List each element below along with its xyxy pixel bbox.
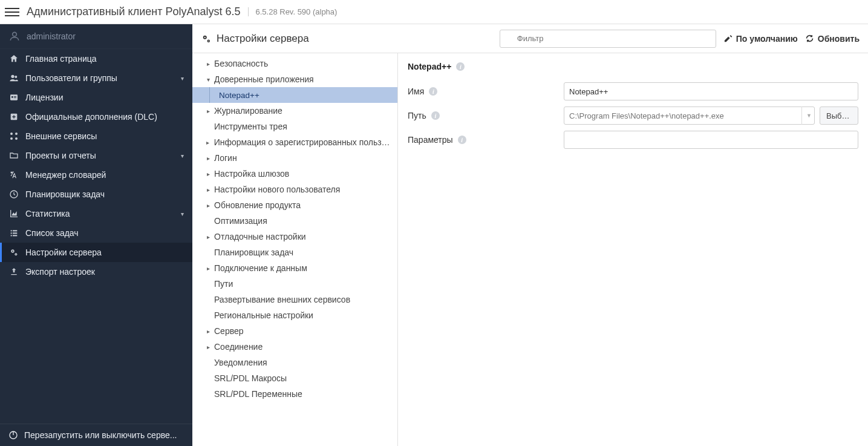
tree-item[interactable]: ▸Подключение к данным — [192, 260, 397, 276]
tree-item[interactable]: Развертывание внешних сервисов — [192, 292, 397, 307]
power-icon — [8, 430, 18, 440]
chevron-right-icon: ▸ — [204, 155, 212, 162]
tree-item[interactable]: SRL/PDL Переменные — [192, 386, 397, 402]
tree-item-label: Планировщик задач — [214, 248, 293, 257]
params-input[interactable] — [564, 131, 858, 149]
sidebar-item-dictionary-manager[interactable]: Менеджер словарей — [0, 165, 192, 185]
chevron-down-icon: ▾ — [204, 76, 212, 83]
tree-item[interactable]: Оптимизация — [192, 213, 397, 229]
id-card-icon — [8, 93, 19, 102]
sidebar-item-label: Экспорт настроек — [25, 267, 95, 277]
chevron-right-icon: ▸ — [204, 139, 212, 146]
sidebar-footer-label: Перезапустить или выключить серве... — [24, 430, 177, 440]
sidebar-item-projects-reports[interactable]: Проекты и отчеты ▾ — [0, 146, 192, 165]
refresh-icon — [805, 34, 814, 43]
tree-item[interactable]: Пути — [192, 276, 397, 292]
list-icon — [8, 228, 19, 238]
sidebar-item-server-settings[interactable]: Настройки сервера — [0, 243, 192, 262]
filter-input[interactable] — [500, 30, 716, 48]
tree-item[interactable]: SRL/PDL Макросы — [192, 370, 397, 386]
tree-item[interactable]: ▸Отладочные настройки — [192, 229, 397, 244]
refresh-button[interactable]: Обновить — [805, 34, 860, 44]
chevron-right-icon: ▸ — [204, 61, 212, 67]
gears-icon — [201, 33, 212, 44]
sidebar-item-task-list[interactable]: Список задач — [0, 223, 192, 243]
sidebar-item-label: Пользователи и группы — [25, 73, 117, 83]
tree-item-label: Региональные настройки — [214, 310, 313, 320]
svg-rect-13 — [11, 230, 12, 231]
tree-item[interactable]: ▸Безопасность — [192, 56, 397, 71]
svg-rect-15 — [11, 232, 12, 234]
services-icon — [8, 131, 19, 141]
sidebar-item-scheduler[interactable]: Планировщик задач — [0, 185, 192, 204]
refresh-label: Обновить — [818, 34, 860, 44]
chevron-right-icon: ▸ — [204, 186, 212, 193]
sidebar-item-label: Менеджер словарей — [25, 170, 106, 180]
chevron-down-icon: ▾ — [181, 152, 184, 159]
sidebar-item-licenses[interactable]: Лицензии — [0, 88, 192, 107]
tree-item-label: Журналирование — [214, 106, 282, 116]
sidebar-item-dlc[interactable]: Официальные дополнения (DLC) — [0, 107, 192, 126]
tree-item-label: Соединение — [214, 342, 263, 352]
sidebar-item-label: Настройки сервера — [25, 248, 102, 257]
tree-item[interactable]: Notepad++ — [192, 87, 397, 103]
tree-item[interactable]: ▸Соединение — [192, 339, 397, 355]
tree-item[interactable]: Инструменты трея — [192, 119, 397, 134]
sidebar-item-label: Планировщик задач — [25, 189, 105, 199]
tree-item-label: Обновление продукта — [214, 200, 301, 210]
svg-point-2 — [15, 76, 17, 78]
svg-rect-4 — [11, 96, 13, 98]
info-icon[interactable]: i — [431, 111, 440, 120]
tree-item-label: Безопасность — [214, 59, 268, 68]
tree-item[interactable]: Уведомления — [192, 355, 397, 370]
sidebar-item-home[interactable]: Главная страница — [0, 49, 192, 68]
tree-item[interactable]: ▾Доверенные приложения — [192, 71, 397, 87]
browse-button[interactable]: Выбор... — [820, 107, 858, 125]
hamburger-menu-button[interactable] — [5, 5, 19, 19]
tree-item[interactable]: ▸Настройка шлюзов — [192, 166, 397, 182]
app-version: 6.5.28 Rev. 590 (alpha) — [248, 7, 338, 16]
svg-rect-18 — [13, 235, 17, 236]
tree-item[interactable]: ▸Информация о зарегистрированных пользов… — [192, 134, 397, 150]
app-title: Административный клиент PolyAnalyst 6.5 — [27, 5, 241, 18]
tree-item[interactable]: ▸Журналирование — [192, 103, 397, 119]
chart-icon — [8, 209, 19, 218]
settings-tree: ▸Безопасность▾Доверенные приложенияNotep… — [192, 53, 398, 446]
tree-item-label: Уведомления — [214, 358, 267, 367]
tree-item[interactable]: Планировщик задач — [192, 244, 397, 260]
chevron-right-icon: ▸ — [204, 234, 212, 240]
sidebar-item-label: Проекты и отчеты — [25, 151, 96, 160]
tree-item-label: Информация о зарегистрированных пользов.… — [214, 137, 393, 147]
clock-icon — [8, 189, 19, 199]
tree-item[interactable]: ▸Настройки нового пользователя — [192, 182, 397, 197]
info-icon[interactable]: i — [429, 87, 437, 96]
tree-item-label: Notepad++ — [219, 91, 259, 100]
current-user[interactable]: administrator — [0, 24, 192, 49]
content: Настройки сервера По умолчанию Обновить — [192, 24, 868, 446]
sidebar-item-label: Статистика — [25, 209, 70, 218]
tree-item[interactable]: ▸Сервер — [192, 323, 397, 339]
detail-title: Notepad++ i — [408, 62, 858, 71]
tree-item[interactable]: ▸Обновление продукта — [192, 197, 397, 213]
name-input[interactable] — [564, 82, 858, 100]
tree-item-label: SRL/PDL Макросы — [214, 373, 287, 383]
tree-item-label: Доверенные приложения — [214, 74, 314, 84]
defaults-button[interactable]: По умолчанию — [723, 34, 798, 44]
sidebar-item-export-settings[interactable]: Экспорт настроек — [0, 262, 192, 281]
sidebar: administrator Главная страница Пользоват… — [0, 24, 192, 446]
sidebar-restart-shutdown[interactable]: Перезапустить или выключить серве... — [0, 424, 192, 446]
tree-item[interactable]: Региональные настройки — [192, 307, 397, 323]
info-icon[interactable]: i — [458, 136, 466, 144]
path-input[interactable] — [564, 107, 815, 125]
chevron-right-icon: ▸ — [204, 171, 212, 177]
content-header: Настройки сервера По умолчанию Обновить — [192, 24, 868, 53]
info-icon[interactable]: i — [456, 62, 465, 71]
sidebar-item-users-groups[interactable]: Пользователи и группы ▾ — [0, 68, 192, 88]
sidebar-item-external-services[interactable]: Внешние сервисы — [0, 126, 192, 146]
svg-rect-14 — [13, 230, 17, 231]
tree-item[interactable]: ▸Логин — [192, 150, 397, 166]
gears-icon — [8, 248, 19, 257]
sidebar-item-statistics[interactable]: Статистика ▾ — [0, 204, 192, 223]
sidebar-item-label: Официальные дополнения (DLC) — [25, 112, 157, 122]
form-row-name: Имя i — [408, 82, 858, 100]
